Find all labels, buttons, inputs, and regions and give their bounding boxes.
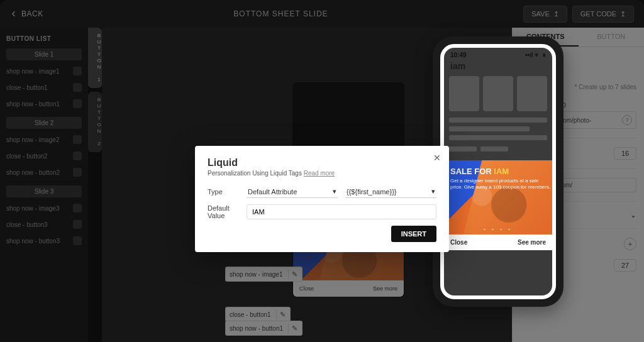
placeholder-box	[449, 76, 479, 111]
upload-icon: ↥	[553, 10, 559, 18]
slide-2-header[interactable]: Slide 2	[6, 117, 82, 129]
sidebar-heading: BUTTON LIST	[6, 35, 82, 42]
placeholder-box	[483, 76, 513, 111]
padding-value[interactable]: 27	[614, 259, 636, 272]
help-icon[interactable]: ?	[622, 115, 632, 125]
chevron-down-icon: ▾	[333, 187, 336, 196]
phone-footer-seemore[interactable]: See more	[518, 239, 546, 246]
sidebar-item-label[interactable]: shop now - button1	[6, 101, 60, 108]
slide-1-header[interactable]: Slide 1	[6, 48, 82, 60]
tab-button[interactable]: BUTTON	[579, 28, 645, 47]
arrow-left-icon	[10, 10, 18, 18]
pencil-icon[interactable]: ✎	[288, 269, 298, 279]
tab-button-2[interactable]: BUTTON 2	[88, 92, 102, 152]
tag-close-button[interactable]: close - button1 ✎	[225, 307, 291, 322]
checkbox[interactable]	[73, 220, 82, 229]
sidebar-item-label[interactable]: close - button2	[6, 153, 48, 160]
tag-shop-now-image[interactable]: shop now - image1 ✎	[225, 267, 303, 282]
phone-footer-close[interactable]: Close	[450, 239, 467, 246]
checkbox[interactable]	[73, 152, 82, 160]
sidebar-item-label[interactable]: shop now - image1	[6, 68, 60, 75]
modal-subtitle: Personalization Using Liquid Tags Read m…	[208, 170, 436, 177]
checkbox[interactable]	[73, 135, 82, 144]
save-button[interactable]: SAVE ↥	[523, 6, 567, 23]
page-title: BOTTOM SHEET SLIDE	[43, 9, 519, 18]
checkbox[interactable]	[73, 83, 82, 92]
read-more-link[interactable]: Read more	[304, 170, 335, 177]
checkbox[interactable]	[73, 67, 82, 75]
canvas-footer-close[interactable]: Close	[299, 285, 314, 292]
phone-hero-sub: Get a designer brand products at a sale …	[450, 178, 552, 190]
phone-brand: iam	[444, 60, 552, 76]
type-token-select[interactable]: {{${first_name}}} ▾	[345, 185, 436, 198]
insert-button[interactable]: INSERT	[391, 226, 436, 242]
phone-hero: SALE FOR IAM Get a designer brand produc…	[444, 160, 552, 234]
close-icon[interactable]: ✕	[431, 152, 443, 163]
tag-shop-now-button[interactable]: shop now - button1 ✎	[225, 321, 303, 336]
checkbox[interactable]	[73, 99, 82, 108]
canvas-footer-seemore[interactable]: See more	[373, 285, 397, 292]
checkbox[interactable]	[73, 168, 82, 177]
sidebar: BUTTON LIST Slide 1 shop now - image1 cl…	[0, 28, 88, 342]
default-value-label: Default Value	[208, 204, 239, 219]
pencil-icon[interactable]: ✎	[276, 309, 286, 319]
phone-hero-title: SALE FOR IAM	[450, 167, 509, 176]
status-icons: ••ıl ᯤ ▮	[525, 52, 546, 58]
tab-button-1[interactable]: BUTTON 1	[88, 28, 102, 88]
slide-3-header[interactable]: Slide 3	[6, 185, 82, 197]
sidebar-item-label[interactable]: close - button3	[6, 221, 48, 228]
sidebar-item-label[interactable]: close - button1	[6, 84, 48, 91]
upload-icon: ↥	[620, 10, 626, 18]
type-attribute-select[interactable]: Default Attribute ▾	[247, 185, 338, 198]
sidebar-item-label[interactable]: shop now - image3	[6, 205, 60, 212]
phone-preview: 10:49 ••ıl ᯤ ▮ iam SALE FOR IAM Get a de…	[433, 36, 564, 307]
default-value-input[interactable]	[247, 204, 436, 219]
back-button[interactable]: BACK	[10, 9, 43, 18]
chevron-down-icon: ▾	[431, 187, 435, 196]
placeholder-box	[517, 76, 547, 111]
back-label: BACK	[21, 9, 43, 18]
checkbox[interactable]	[73, 236, 82, 245]
sidebar-item-label[interactable]: shop now - button2	[6, 169, 60, 176]
phone-time: 10:49	[450, 52, 467, 58]
checkbox[interactable]	[73, 204, 82, 212]
sidebar-item-label[interactable]: shop now - image2	[6, 136, 60, 143]
liquid-modal: ✕ Liquid Personalization Using Liquid Ta…	[195, 146, 449, 252]
carousel-dots: • • • •	[444, 226, 552, 232]
sidebar-item-label[interactable]: shop now - button3	[6, 238, 60, 245]
type-label: Type	[208, 188, 239, 196]
radius-value[interactable]: 16	[614, 147, 636, 160]
get-code-button[interactable]: GET CODE ↥	[572, 6, 634, 23]
modal-title: Liquid	[208, 157, 436, 168]
add-icon[interactable]: ＋	[624, 238, 636, 250]
pencil-icon[interactable]: ✎	[288, 323, 298, 333]
chevron-down-icon[interactable]: ⌄	[630, 211, 636, 219]
